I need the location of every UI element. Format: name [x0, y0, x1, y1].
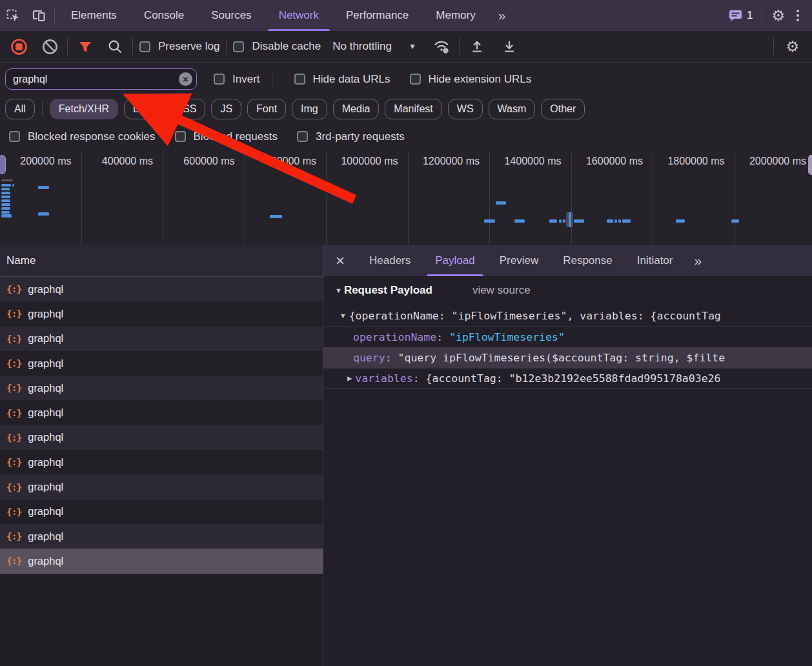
request-name: graphql	[28, 332, 63, 345]
record-icon	[10, 38, 28, 56]
blocked-requests-label: Blocked requests	[194, 130, 278, 143]
request-row[interactable]: {:}graphql	[0, 549, 323, 573]
filter-chip-img[interactable]: Img	[292, 99, 327, 119]
close-details-icon[interactable]: ×	[323, 245, 357, 276]
hide-data-urls-group: Hide data URLs	[294, 73, 391, 86]
details-tabs: HeadersPayloadPreviewResponseInitiator	[357, 245, 685, 276]
timeline-request-bar	[549, 219, 557, 223]
filter-input[interactable]	[5, 68, 197, 90]
filter-chip-font[interactable]: Font	[247, 99, 286, 119]
expand-triangle-icon[interactable]: ▶	[347, 374, 352, 383]
tabbar-divider	[762, 7, 762, 24]
filter-chip-all[interactable]: All	[5, 99, 35, 119]
view-source-link[interactable]: view source	[472, 284, 531, 297]
issues-indicator[interactable]: 1	[729, 9, 753, 22]
export-har-button[interactable]	[498, 35, 520, 57]
timeline-request-bar	[1, 203, 10, 206]
expand-triangle-icon[interactable]: ▼	[341, 312, 345, 320]
request-row[interactable]: {:}graphql	[0, 376, 323, 400]
requests-panel: Name {:}graphql{:}graphql{:}graphql{:}gr…	[0, 245, 323, 666]
throttling-dropdown[interactable]: No throttling ▼	[332, 40, 416, 53]
payload-operation-row[interactable]: operationName: "ipFlowTimeseries"	[323, 327, 812, 347]
disable-cache-group: Disable cache	[233, 40, 321, 53]
payload-root-preview: {operationName: "ipFlowTimeseries", vari…	[349, 310, 721, 322]
payload-root-row[interactable]: ▼ {operationName: "ipFlowTimeseries", va…	[323, 305, 812, 327]
tab-sources[interactable]: Sources	[198, 0, 265, 31]
disable-cache-label: Disable cache	[252, 40, 321, 53]
invert-checkbox[interactable]	[214, 74, 225, 85]
request-row[interactable]: {:}graphql	[0, 301, 323, 326]
record-network-log-button[interactable]	[8, 35, 30, 57]
details-tab-response[interactable]: Response	[551, 245, 625, 276]
blocked-response-cookies-checkbox[interactable]	[9, 131, 20, 142]
blocked-requests-checkbox[interactable]	[175, 131, 186, 142]
preserve-log-label: Preserve log	[158, 40, 219, 53]
details-tab-preview[interactable]: Preview	[487, 245, 551, 276]
request-row[interactable]: {:}graphql	[0, 327, 323, 351]
device-toolbar-button[interactable]	[26, 0, 52, 31]
timeline-request-bar	[618, 219, 621, 223]
fetch-xhr-request-icon: {:}	[6, 482, 21, 492]
clear-network-log-button[interactable]	[39, 35, 61, 57]
tab-network[interactable]: Network	[265, 0, 332, 31]
request-row[interactable]: {:}graphql	[0, 524, 323, 549]
payload-value: {accountTag: "b12e3b2192ee5588fdad995178…	[426, 372, 721, 385]
filter-chip-css[interactable]: CSS	[166, 99, 205, 119]
filter-chip-fetch-xhr[interactable]: Fetch/XHR	[50, 99, 118, 119]
timeline-request-bar	[496, 201, 506, 205]
request-row[interactable]: {:}graphql	[0, 277, 323, 301]
tab-elements[interactable]: Elements	[57, 0, 130, 31]
filter-chip-ws[interactable]: WS	[448, 99, 483, 119]
payload-value: "ipFlowTimeseries"	[449, 331, 565, 343]
toolbar-divider	[67, 38, 68, 55]
clear-filter-icon[interactable]: ×	[179, 72, 192, 86]
filter-chip-manifest[interactable]: Manifest	[385, 99, 442, 119]
resource-type-filter-chips: AllFetch/XHRDocCSSJSFontImgMediaManifest…	[0, 95, 812, 123]
more-options-menu-icon[interactable]	[791, 10, 804, 21]
tab-memory[interactable]: Memory	[422, 0, 489, 31]
search-network-button[interactable]	[104, 35, 126, 57]
request-row[interactable]: {:}graphql	[0, 351, 323, 376]
settings-gear-icon[interactable]: ⚙	[771, 8, 785, 23]
hide-extension-urls-checkbox[interactable]	[410, 74, 421, 85]
network-conditions-icon	[432, 38, 451, 55]
third-party-requests-checkbox[interactable]	[297, 131, 308, 142]
network-conditions-button[interactable]	[431, 35, 452, 57]
payload-variables-row[interactable]: ▶ variables: {accountTag: "b12e3b2192ee5…	[323, 368, 812, 388]
preserve-log-checkbox[interactable]	[139, 41, 150, 52]
request-row[interactable]: {:}graphql	[0, 425, 323, 450]
timeline-right-scroll-handle[interactable]	[808, 155, 812, 175]
tab-performance[interactable]: Performance	[332, 0, 422, 31]
network-overview-timeline[interactable]: 200000 ms400000 ms600000 ms800000 ms1000…	[0, 150, 812, 246]
invert-label: Invert	[232, 73, 260, 86]
more-tabs-icon[interactable]: »	[489, 0, 514, 31]
request-row[interactable]: {:}graphql	[0, 500, 323, 524]
filter-chip-doc[interactable]: Doc	[124, 99, 160, 119]
hide-data-urls-checkbox[interactable]	[294, 74, 305, 85]
request-row[interactable]: {:}graphql	[0, 474, 323, 499]
import-har-button[interactable]	[466, 35, 488, 57]
request-row[interactable]: {:}graphql	[0, 400, 323, 425]
timeline-left-scroll-handle[interactable]	[0, 155, 6, 174]
inspect-element-button[interactable]	[0, 0, 26, 31]
details-tab-payload[interactable]: Payload	[423, 245, 487, 276]
timeline-request-bar	[574, 219, 584, 223]
filter-toggle-button[interactable]	[74, 35, 96, 57]
filter-chip-wasm[interactable]: Wasm	[489, 99, 536, 119]
details-tab-initiator[interactable]: Initiator	[625, 245, 685, 276]
details-more-tabs-icon[interactable]: »	[685, 245, 709, 276]
search-icon	[107, 39, 123, 54]
request-row[interactable]: {:}graphql	[0, 450, 323, 474]
payload-query-row[interactable]: query: "query ipFlowTimeseries($accountT…	[323, 347, 812, 368]
details-tab-headers[interactable]: Headers	[357, 245, 423, 276]
name-column-header[interactable]: Name	[0, 245, 323, 277]
disable-cache-checkbox[interactable]	[233, 41, 244, 52]
filter-chip-media[interactable]: Media	[333, 99, 380, 119]
network-settings-gear-icon[interactable]: ⚙	[780, 39, 804, 54]
collapse-triangle-icon[interactable]: ▼	[335, 287, 342, 294]
filter-chip-other[interactable]: Other	[541, 99, 585, 119]
tab-console[interactable]: Console	[130, 0, 198, 31]
timeline-request-bar	[1, 211, 10, 214]
fetch-xhr-request-icon: {:}	[6, 531, 21, 541]
filter-chip-js[interactable]: JS	[211, 99, 241, 119]
